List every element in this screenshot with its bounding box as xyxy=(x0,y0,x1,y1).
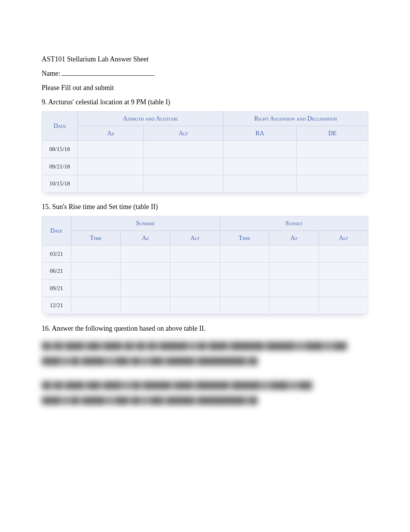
blurred-content: ██ ██ ████ ███ ████ ██ ██ ██ ██████ █ ██… xyxy=(42,341,368,406)
name-input[interactable] xyxy=(62,75,154,76)
t2-sr-time[interactable] xyxy=(71,297,120,314)
t2-sr-az[interactable] xyxy=(120,262,170,280)
name-label: Name: xyxy=(42,68,60,79)
t2-ss-az[interactable] xyxy=(269,297,319,314)
t1-header-radec: Right Ascension and Declination xyxy=(223,111,369,126)
t2-sr-time[interactable] xyxy=(71,280,120,297)
t2-sr-time[interactable] xyxy=(71,262,120,280)
t2-ss-az[interactable] xyxy=(269,280,319,297)
question-15: 15. Sun's Rise time and Set time (table … xyxy=(42,202,368,212)
instruction-text: Please Fill out and submit xyxy=(42,83,368,93)
t1-header-azalt: Azimuth and Altitude xyxy=(78,111,223,126)
t1-date: 08/15/18 xyxy=(42,141,78,158)
table-2: Date Sunrise Sunset Time Az Alt Time Az … xyxy=(42,216,368,314)
t1-de[interactable] xyxy=(296,175,368,192)
table-row: 03/21 xyxy=(42,245,368,263)
t1-alt[interactable] xyxy=(144,158,223,175)
t2-sr-az[interactable] xyxy=(120,280,170,297)
t2-ss-alt[interactable] xyxy=(319,245,368,263)
t2-header-sunrise: Sunrise xyxy=(71,216,220,231)
t1-header-alt: Alt xyxy=(144,126,223,141)
table-1: Date Azimuth and Altitude Right Ascensio… xyxy=(42,111,368,192)
t1-alt[interactable] xyxy=(144,141,223,158)
t2-header-sunset: Sunset xyxy=(220,216,368,231)
name-field-line: Name: xyxy=(42,68,368,79)
t2-sr-az[interactable] xyxy=(120,245,170,263)
t1-az[interactable] xyxy=(78,141,144,158)
t2-header-az: Az xyxy=(269,231,319,245)
t2-date: 03/21 xyxy=(42,245,71,263)
question-16: 16. Answer the following question based … xyxy=(42,323,368,334)
t1-de[interactable] xyxy=(296,141,368,158)
t1-de[interactable] xyxy=(296,158,368,175)
t2-sr-alt[interactable] xyxy=(170,245,220,263)
table-row: 10/15/18 xyxy=(42,175,368,192)
page-title: AST101 Stellarium Lab Answer Sheet xyxy=(42,54,368,65)
t1-date: 09/21/18 xyxy=(42,158,78,175)
t2-header-alt: Alt xyxy=(170,231,220,245)
t2-ss-alt[interactable] xyxy=(319,280,368,297)
t2-ss-alt[interactable] xyxy=(319,297,368,314)
t2-ss-time[interactable] xyxy=(220,297,269,314)
t1-alt[interactable] xyxy=(144,175,223,192)
t2-ss-time[interactable] xyxy=(220,262,269,280)
t2-ss-time[interactable] xyxy=(220,280,269,297)
t1-ra[interactable] xyxy=(223,175,297,192)
t2-date: 12/21 xyxy=(42,297,71,314)
t1-date: 10/15/18 xyxy=(42,175,78,192)
t1-header-az: Az xyxy=(78,126,144,141)
t2-date: 06/21 xyxy=(42,262,71,280)
t2-sr-alt[interactable] xyxy=(170,262,220,280)
t2-ss-time[interactable] xyxy=(220,245,269,263)
t2-header-time: Time xyxy=(220,231,269,245)
t2-ss-alt[interactable] xyxy=(319,262,368,280)
t2-header-date: Date xyxy=(42,216,71,245)
table-row: 12/21 xyxy=(42,297,368,314)
question-9: 9. Arcturus' celestial location at 9 PM … xyxy=(42,97,368,107)
t1-az[interactable] xyxy=(78,158,144,175)
t2-header-time: Time xyxy=(71,231,120,245)
table-row: 08/15/18 xyxy=(42,141,368,158)
t1-ra[interactable] xyxy=(223,158,297,175)
t1-az[interactable] xyxy=(78,175,144,192)
t1-header-date: Date xyxy=(42,111,78,141)
t2-date: 09/21 xyxy=(42,280,71,297)
t1-header-ra: RA xyxy=(223,126,297,141)
table-row: 09/21/18 xyxy=(42,158,368,175)
t2-ss-az[interactable] xyxy=(269,245,319,263)
t2-sr-az[interactable] xyxy=(120,297,170,314)
t2-sr-time[interactable] xyxy=(71,245,120,263)
table-row: 06/21 xyxy=(42,262,368,280)
t1-header-de: DE xyxy=(296,126,368,141)
t2-sr-alt[interactable] xyxy=(170,280,220,297)
t2-header-az: Az xyxy=(120,231,170,245)
t2-sr-alt[interactable] xyxy=(170,297,220,314)
t2-header-alt: Alt xyxy=(319,231,368,245)
t1-ra[interactable] xyxy=(223,141,297,158)
t2-ss-az[interactable] xyxy=(269,262,319,280)
table-row: 09/21 xyxy=(42,280,368,297)
